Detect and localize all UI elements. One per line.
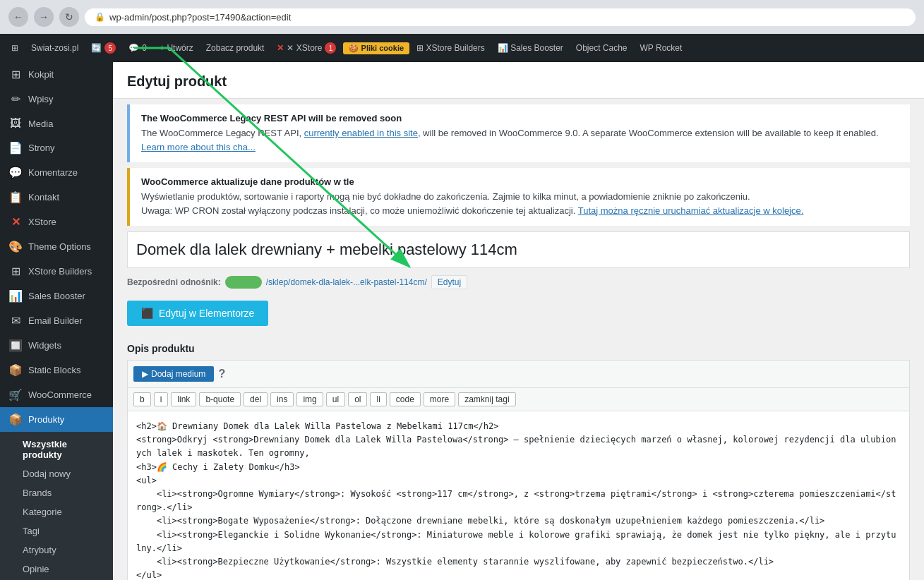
xstore-builders-item[interactable]: ⊞ XStore Builders — [411, 34, 491, 62]
content-area: Edytuj produkt The WooCommerce Legacy RE… — [113, 62, 924, 580]
format-btn-img[interactable]: img — [296, 392, 323, 406]
editor-toolbar-top: ▶ Dodaj medium ? — [127, 360, 910, 387]
sidebar-label-woocommerce: WooCommerce — [28, 389, 92, 400]
format-btn-ul[interactable]: ul — [326, 392, 345, 406]
format-btn-li[interactable]: li — [370, 392, 386, 406]
wp-logo-item[interactable]: ⊞ — [6, 34, 24, 62]
view-product-item[interactable]: Zobacz produkt — [200, 34, 270, 62]
sidebar-item-xstore[interactable]: ✕ XStore — [0, 210, 113, 234]
wp-rocket-item[interactable]: WP Rocket — [635, 34, 688, 62]
editor-format-bar: bilinkb-quotedelinsimgulollicodemorezamk… — [127, 387, 910, 411]
reload-button[interactable]: ↻ — [59, 7, 79, 27]
back-button[interactable]: ← — [8, 7, 28, 27]
updates-badge: 5 — [104, 42, 116, 54]
sidebar-label-produkty: Produkty — [28, 414, 64, 425]
editor-content[interactable]: <h2>🏠 Drewniany Domek dla Lalek Willa Pa… — [127, 411, 910, 580]
sidebar-item-wpisy[interactable]: ✏ Wpisy — [0, 87, 113, 111]
lock-icon: 🔒 — [95, 12, 105, 22]
add-media-label: Dodaj medium — [151, 369, 205, 379]
notice-woo-text2: Uwaga: WP CRON został wyłączony podczas … — [141, 204, 899, 218]
wpisy-icon: ✏ — [8, 92, 23, 106]
format-btn-del[interactable]: del — [244, 392, 268, 406]
new-item[interactable]: + Utwórz — [154, 34, 199, 62]
xstore-icon: ✕ — [277, 43, 284, 53]
sidebar-label-strony: Strony — [28, 143, 55, 153]
sidebar-label-komentarze: Komentarze — [28, 167, 78, 178]
sidebar-item-email-builder[interactable]: ✉ Email Builder — [0, 308, 113, 333]
atrybuty-label: Atrybuty — [23, 545, 56, 555]
kontakt-icon: 📋 — [8, 191, 23, 204]
sidebar-sub-tagi[interactable]: Tagi — [0, 521, 113, 540]
cookie-button[interactable]: 🍪 Pliki cookie — [343, 42, 409, 54]
forward-button[interactable]: → — [34, 7, 54, 27]
sidebar-sub-dodaj-nowy[interactable]: Dodaj nowy — [0, 464, 113, 483]
comments-item[interactable]: 💬 0 — [123, 34, 152, 62]
sidebar-item-woocommerce[interactable]: 🛒 WooCommerce — [0, 382, 113, 407]
sidebar-item-theme-options[interactable]: 🎨 Theme Options — [0, 234, 113, 259]
xstore-builders-label: ⊞ XStore Builders — [416, 43, 485, 53]
browser-bar: ← → ↻ 🔒 wp-admin/post.php?post=17490&act… — [0, 0, 924, 34]
sidebar-item-widgets[interactable]: 🔲 Widgets — [0, 333, 113, 358]
format-btn-ol[interactable]: ol — [348, 392, 367, 406]
notice-api-link[interactable]: currently enabled in this site — [304, 128, 418, 138]
edit-in-elementor-button[interactable]: ⬛ Edytuj w Elementorze — [127, 301, 268, 326]
format-btn-code[interactable]: code — [390, 392, 421, 406]
format-btn-ins[interactable]: ins — [270, 392, 294, 406]
format-btn-b-quote[interactable]: b-quote — [199, 392, 241, 406]
site-name-item[interactable]: Swiat-zosi.pl — [25, 34, 84, 62]
sidebar-sub-opinie[interactable]: Opinie — [0, 560, 113, 579]
editor-help-button[interactable]: ? — [218, 368, 225, 380]
format-btn-zamknij-tagi[interactable]: zamknij tagi — [458, 392, 515, 406]
sidebar-label-xstore: XStore — [28, 217, 56, 227]
sidebar-sub-wszystkie-produkty[interactable]: Wszystkie produkty — [0, 435, 113, 464]
format-btn-more[interactable]: more — [424, 392, 455, 406]
sidebar: ⊞ Kokpit ✏ Wpisy 🖼 Media 📄 Strony 💬 Kome… — [0, 62, 113, 580]
main-layout: ⊞ Kokpit ✏ Wpisy 🖼 Media 📄 Strony 💬 Kome… — [0, 62, 924, 580]
notice-api-link2[interactable]: Learn more about this cha... — [141, 142, 256, 152]
sidebar-label-widgets: Widgets — [28, 340, 61, 351]
notice-woo-link[interactable]: Tutaj można ręcznie uruchamiać aktualiza… — [578, 205, 804, 216]
xstore-label: ✕ XStore — [287, 43, 322, 53]
product-title-input[interactable] — [136, 241, 901, 259]
permalink-edit-button[interactable]: Edytuj — [431, 275, 467, 289]
products-submenu: Wszystkie produkty Dodaj nowy Brands Kat… — [0, 432, 113, 580]
sidebar-item-strony[interactable]: 📄 Strony — [0, 135, 113, 160]
format-btn-b[interactable]: b — [133, 392, 151, 406]
sidebar-sub-atrybuty[interactable]: Atrybuty — [0, 540, 113, 560]
sidebar-sub-brands[interactable]: Brands — [0, 483, 113, 502]
sidebar-label-email-builder: Email Builder — [28, 315, 83, 326]
permalink-link[interactable]: /sklep/domek-dla-lalek-...elk-pastel-114… — [266, 277, 427, 287]
sidebar-label-theme-options: Theme Options — [28, 241, 91, 252]
updates-item[interactable]: 🔄 5 — [85, 34, 121, 62]
sidebar-item-media[interactable]: 🖼 Media — [0, 111, 113, 135]
product-title-wrap — [127, 231, 910, 268]
sidebar-item-static-blocks[interactable]: 📦 Static Blocks — [0, 358, 113, 382]
kategorie-label: Kategorie — [23, 507, 62, 517]
sales-booster-item[interactable]: 📊 Sales Booster — [492, 34, 569, 62]
sidebar-item-kokpit[interactable]: ⊞ Kokpit — [0, 62, 113, 87]
sidebar-item-sales-booster[interactable]: 📊 Sales Booster — [0, 284, 113, 308]
permalink-label: Bezpośredni odnośnik: — [127, 277, 221, 287]
sidebar-label-wpisy: Wpisy — [28, 94, 53, 104]
wp-admin-bar: ⊞ Swiat-zosi.pl 🔄 5 💬 0 + Utwórz Zobacz … — [0, 34, 924, 62]
format-btn-i[interactable]: i — [154, 392, 169, 406]
sidebar-item-kontakt[interactable]: 📋 Kontakt — [0, 185, 113, 210]
xstore-sidebar-icon: ✕ — [8, 215, 23, 229]
sidebar-sub-kategorie[interactable]: Kategorie — [0, 502, 113, 521]
xstore-item[interactable]: ✕ ✕ XStore 1 — [271, 34, 342, 62]
new-label: + Utwórz — [160, 43, 193, 53]
sidebar-label-kokpit: Kokpit — [28, 69, 54, 80]
format-btn-link[interactable]: link — [171, 392, 196, 406]
sidebar-item-produkty[interactable]: 📦 Produkty — [0, 407, 113, 432]
sidebar-item-xstore-builders[interactable]: ⊞ XStore Builders — [0, 259, 113, 284]
theme-options-icon: 🎨 — [8, 240, 23, 253]
object-cache-item[interactable]: Object Cache — [570, 34, 633, 62]
url-bar[interactable]: 🔒 wp-admin/post.php?post=17490&action=ed… — [85, 8, 916, 26]
static-blocks-icon: 📦 — [8, 363, 23, 377]
view-product-label: Zobacz produkt — [206, 43, 265, 53]
elementor-btn-label: Edytuj w Elementorze — [159, 308, 254, 319]
add-media-button[interactable]: ▶ Dodaj medium — [133, 366, 214, 382]
sidebar-item-komentarze[interactable]: 💬 Komentarze — [0, 160, 113, 185]
xstore-badge: 1 — [325, 42, 336, 54]
tagi-label: Tagi — [23, 526, 40, 536]
